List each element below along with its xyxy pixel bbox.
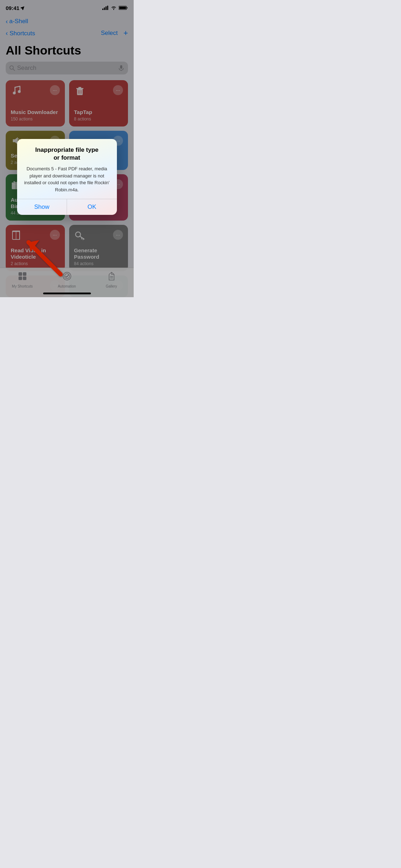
alert-actions: Show OK: [17, 199, 117, 215]
arrow-annotation: [11, 224, 68, 281]
alert-body: Inappropriate file typeor format Documen…: [17, 139, 117, 199]
alert-show-button[interactable]: Show: [17, 199, 67, 215]
alert-title: Inappropriate file typeor format: [23, 146, 111, 162]
alert-ok-button[interactable]: OK: [67, 199, 117, 215]
alert-message: Documents 5 - Fast PDF reader, media pla…: [23, 165, 111, 193]
alert-dialog: Inappropriate file typeor format Documen…: [17, 139, 117, 215]
red-arrow-icon: [11, 224, 68, 281]
